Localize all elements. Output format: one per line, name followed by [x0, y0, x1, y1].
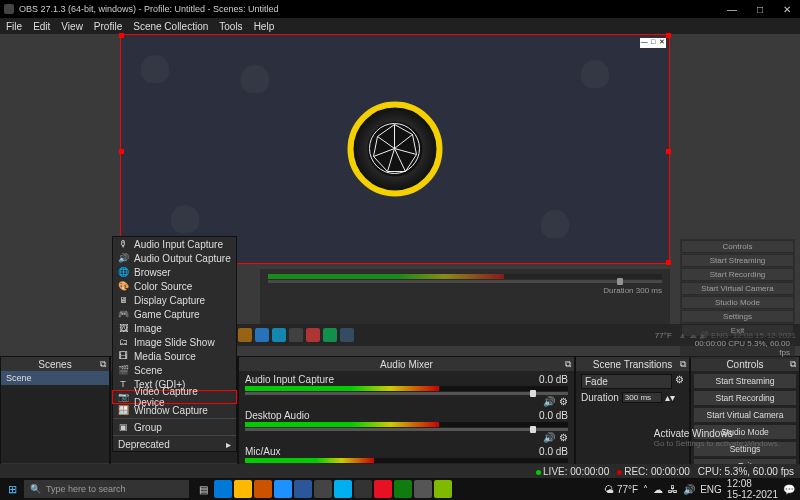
clock[interactable]: 12:0815-12-2021 — [727, 478, 778, 500]
background-mixer: Duration 300 ms — [260, 269, 670, 324]
mixer-channel: Mic/Aux0.0 dB — [245, 446, 568, 463]
menu-media-source[interactable]: 🎞Media Source — [113, 349, 236, 363]
menu-scene[interactable]: 🎬Scene — [113, 363, 236, 377]
start-button[interactable]: ⊞ — [0, 478, 24, 500]
panel-title: Scenes — [38, 359, 71, 370]
volume-slider[interactable] — [245, 392, 568, 395]
system-tray[interactable]: 🌤 77°F ˄ ☁ 🖧 🔊 ENG 12:0815-12-2021 💬 — [599, 478, 800, 500]
taskbar-app-icon[interactable] — [214, 480, 232, 498]
taskbar-app-icon[interactable] — [354, 480, 372, 498]
menu-bar: File Edit View Profile Scene Collection … — [0, 18, 800, 34]
scenes-panel: Scenes⧉ Scene + − ∧ ∨ — [0, 356, 110, 478]
taskbar-app-icon[interactable] — [394, 480, 412, 498]
mute-icon[interactable]: 🔊 — [543, 396, 555, 407]
taskbar-app-icon[interactable] — [414, 480, 432, 498]
menu-separator — [113, 418, 236, 419]
minimize-icon[interactable]: — — [722, 4, 742, 15]
menu-deprecated[interactable]: Deprecated▸ — [113, 437, 236, 451]
panel-title: Audio Mixer — [380, 359, 433, 370]
search-icon: 🔍 — [30, 484, 41, 494]
palette-icon: 🎨 — [118, 281, 128, 291]
menu-file[interactable]: File — [6, 21, 22, 32]
volume-icon[interactable]: 🔊 — [683, 484, 695, 495]
menu-image-slide-show[interactable]: 🗂Image Slide Show — [113, 335, 236, 349]
taskbar-app-icon[interactable] — [294, 480, 312, 498]
menu-audio-output-capture[interactable]: 🔊Audio Output Capture — [113, 251, 236, 265]
menu-view[interactable]: View — [61, 21, 83, 32]
tray-chevron-icon[interactable]: ˄ — [643, 484, 648, 495]
start-streaming-button[interactable]: Start Streaming — [693, 373, 797, 389]
ghost-icon — [541, 210, 569, 238]
audio-mixer-panel: Audio Mixer⧉ Audio Input Capture0.0 dB 🔊… — [238, 356, 575, 478]
network-icon[interactable]: 🖧 — [668, 484, 678, 495]
taskbar-app-icon[interactable] — [334, 480, 352, 498]
speaker-icon: 🔊 — [118, 253, 128, 263]
resize-handle[interactable] — [119, 33, 124, 38]
ghost-icon — [171, 205, 199, 233]
menu-edit[interactable]: Edit — [33, 21, 50, 32]
ghost-icon — [241, 65, 269, 93]
menu-color-source[interactable]: 🎨Color Source — [113, 279, 236, 293]
stepper-icon[interactable]: ▴▾ — [665, 392, 675, 403]
menu-group[interactable]: ▣Group — [113, 420, 236, 434]
task-view-icon[interactable]: ▤ — [194, 480, 212, 498]
globe-icon: 🌐 — [118, 267, 128, 277]
resize-handle[interactable] — [666, 260, 671, 265]
ghost-icon — [581, 60, 609, 88]
preview-canvas[interactable]: —□✕ — [120, 34, 670, 264]
scene-transitions-panel: Scene Transitions⧉ Fade ⚙ Duration ▴▾ — [575, 356, 690, 478]
undock-icon[interactable]: ⧉ — [790, 359, 796, 370]
status-bar: LIVE: 00:00:00 REC: 00:00:00 CPU: 5.3%, … — [0, 464, 800, 478]
background-controls-panel: Controls Start Streaming Start Recording… — [680, 239, 795, 359]
maximize-icon[interactable]: □ — [752, 4, 768, 15]
rec-indicator-icon — [617, 470, 622, 475]
menu-help[interactable]: Help — [254, 21, 275, 32]
start-recording-button[interactable]: Start Recording — [693, 390, 797, 406]
main-area: —□✕ Controls Start Streaming Start Recor… — [0, 34, 800, 478]
undock-icon[interactable]: ⧉ — [680, 359, 686, 370]
menu-scene-collection[interactable]: Scene Collection — [133, 21, 208, 32]
gear-icon[interactable]: ⚙ — [559, 396, 568, 407]
mute-icon[interactable]: 🔊 — [543, 432, 555, 443]
menu-image[interactable]: 🖼Image — [113, 321, 236, 335]
snap-camera-logo — [348, 102, 443, 197]
menu-video-capture-device[interactable]: 📷Video Capture Device — [112, 390, 237, 404]
onedrive-icon[interactable]: ☁ — [653, 484, 663, 495]
resize-handle[interactable] — [119, 149, 124, 154]
taskbar-search[interactable]: 🔍 Type here to search — [24, 480, 189, 498]
menu-browser[interactable]: 🌐Browser — [113, 265, 236, 279]
controls-panel: Controls⧉ Start Streaming Start Recordin… — [690, 356, 800, 478]
taskbar-app-icon[interactable] — [254, 480, 272, 498]
duration-input[interactable] — [622, 392, 662, 403]
menu-audio-input-capture[interactable]: 🎙Audio Input Capture — [113, 237, 236, 251]
menu-tools[interactable]: Tools — [219, 21, 242, 32]
notifications-icon[interactable]: 💬 — [783, 484, 795, 495]
cpu-stats: CPU: 5.3%, 60.00 fps — [698, 466, 794, 477]
film-icon: 🎞 — [118, 351, 128, 361]
gear-icon[interactable]: ⚙ — [675, 374, 684, 389]
gear-icon[interactable]: ⚙ — [559, 432, 568, 443]
start-virtual-camera-button[interactable]: Start Virtual Camera — [693, 407, 797, 423]
close-icon[interactable]: ✕ — [778, 4, 796, 15]
live-indicator-icon — [536, 470, 541, 475]
taskbar-app-icon[interactable] — [434, 480, 452, 498]
menu-game-capture[interactable]: 🎮Game Capture — [113, 307, 236, 321]
scene-item[interactable]: Scene — [1, 371, 109, 385]
undock-icon[interactable]: ⧉ — [100, 359, 106, 370]
taskbar-app-icon[interactable] — [374, 480, 392, 498]
mixer-channel: Audio Input Capture0.0 dB 🔊⚙ — [245, 374, 568, 407]
resize-handle[interactable] — [666, 33, 671, 38]
transition-select[interactable]: Fade — [581, 374, 672, 389]
volume-slider[interactable] — [245, 428, 568, 431]
taskbar-app-icon[interactable] — [314, 480, 332, 498]
taskbar-app-icon[interactable] — [234, 480, 252, 498]
language-indicator[interactable]: ENG — [700, 484, 722, 495]
weather-widget[interactable]: 🌤 77°F — [604, 484, 638, 495]
menu-profile[interactable]: Profile — [94, 21, 122, 32]
group-icon: ▣ — [118, 422, 128, 432]
undock-icon[interactable]: ⧉ — [565, 359, 571, 370]
taskbar-app-icon[interactable] — [274, 480, 292, 498]
menu-display-capture[interactable]: 🖥Display Capture — [113, 293, 236, 307]
duration-label: Duration — [581, 392, 619, 403]
resize-handle[interactable] — [666, 149, 671, 154]
